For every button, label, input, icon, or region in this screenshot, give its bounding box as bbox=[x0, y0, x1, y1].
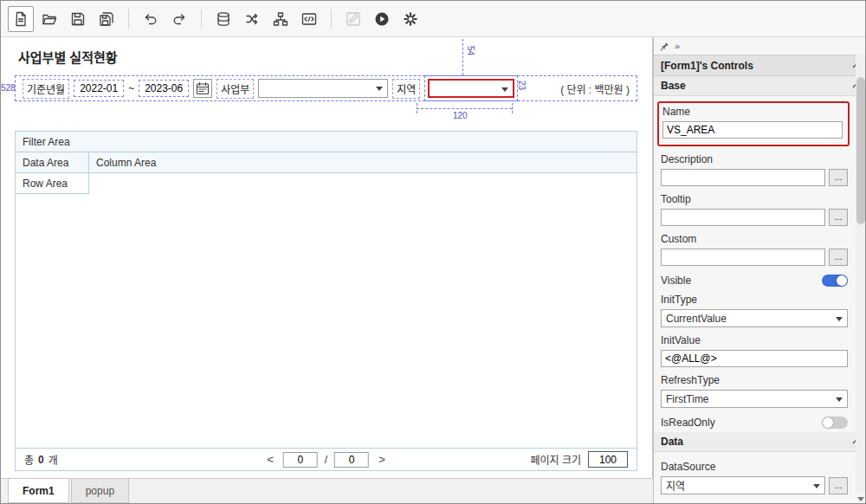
row-area-row: Row Area bbox=[16, 173, 637, 194]
page-size-label: 페이지 크기 bbox=[530, 452, 581, 467]
grid-body bbox=[16, 194, 637, 448]
init-type-label: InitType bbox=[661, 294, 848, 306]
undo-icon bbox=[143, 11, 158, 27]
guide-line-top bbox=[462, 39, 463, 75]
page-separator: / bbox=[325, 454, 327, 466]
undo-button[interactable] bbox=[138, 6, 164, 32]
tab-form1[interactable]: Form1 bbox=[8, 479, 69, 503]
design-canvas: 사업부별 실적현황 528 54 23 120 기준년월 ~ 사업부 지역 bbox=[1, 37, 653, 480]
period-label: 기준년월 bbox=[23, 79, 69, 99]
is-read-only-row: IsReadOnly bbox=[661, 417, 848, 429]
grid-footer: 총 0 개 < / > 페이지 크기 bbox=[16, 448, 637, 470]
app-window: 사업부별 실적현황 528 54 23 120 기준년월 ~ 사업부 지역 bbox=[0, 0, 866, 504]
description-ellipsis-button[interactable]: ... bbox=[829, 169, 848, 186]
region-selection-outline bbox=[424, 75, 518, 101]
scrollbar-thumb[interactable] bbox=[856, 77, 865, 224]
page-size-group: 페이지 크기 bbox=[530, 451, 628, 468]
page-next-button[interactable]: > bbox=[376, 453, 388, 466]
database-button[interactable] bbox=[210, 6, 236, 32]
row-area-dropzone[interactable]: Row Area bbox=[16, 173, 89, 194]
visible-row: Visible bbox=[661, 275, 848, 287]
redo-icon bbox=[171, 11, 187, 27]
scrollbar-down-button[interactable] bbox=[856, 493, 866, 504]
section-data-label: Data bbox=[661, 436, 683, 448]
is-read-only-toggle[interactable] bbox=[822, 417, 848, 429]
filter-area-dropzone[interactable]: Filter Area bbox=[16, 132, 70, 152]
chevron-down-icon bbox=[857, 497, 864, 501]
data-source-label: DataSource bbox=[661, 461, 848, 473]
transform-button[interactable] bbox=[239, 6, 265, 32]
data-area-dropzone[interactable]: Data Area bbox=[16, 152, 89, 172]
refresh-type-value: FirstTime bbox=[666, 393, 709, 405]
init-type-select[interactable]: CurrentValue bbox=[661, 309, 848, 327]
database-icon bbox=[216, 11, 231, 27]
name-input[interactable] bbox=[662, 121, 843, 139]
settings-button[interactable] bbox=[397, 6, 423, 32]
filter-area-row: Filter Area bbox=[16, 132, 637, 152]
edit-icon bbox=[346, 11, 361, 27]
form-tabbar: Form1 popup bbox=[1, 478, 653, 503]
init-value-input[interactable] bbox=[661, 350, 848, 367]
section-base[interactable]: Base bbox=[654, 76, 866, 96]
controls-header[interactable]: [Form1]'s Controls bbox=[654, 55, 866, 76]
gear-icon bbox=[403, 11, 418, 27]
custom-input[interactable] bbox=[661, 249, 825, 266]
toolbar-separator bbox=[128, 9, 129, 29]
sitemap-button[interactable] bbox=[268, 6, 294, 32]
refresh-type-label: RefreshType bbox=[661, 374, 848, 386]
division-combobox[interactable] bbox=[258, 79, 388, 98]
controls-header-label: [Form1]'s Controls bbox=[661, 60, 753, 72]
page-prev-button[interactable]: < bbox=[264, 453, 276, 466]
data-source-ellipsis-button[interactable]: ... bbox=[829, 477, 848, 494]
chevron-down-icon bbox=[813, 484, 820, 488]
data-source-value: 지역 bbox=[666, 478, 685, 493]
page-size-input[interactable] bbox=[588, 451, 628, 468]
calendar-icon bbox=[196, 81, 210, 95]
description-input[interactable] bbox=[661, 169, 825, 186]
calendar-button[interactable] bbox=[193, 79, 212, 98]
pin-icon[interactable] bbox=[660, 42, 669, 51]
filter-bar: 기준년월 ~ 사업부 지역 ( 단위 : 백만원 ) bbox=[15, 75, 637, 101]
save-all-button[interactable] bbox=[94, 6, 120, 32]
new-document-icon bbox=[13, 11, 29, 27]
pivot-grid: Filter Area Data Area Column Area Row Ar… bbox=[15, 131, 637, 471]
chevron-down-icon bbox=[376, 87, 383, 91]
guide-line-bottom bbox=[417, 108, 512, 109]
date-to-input[interactable] bbox=[139, 80, 189, 97]
tooltip-input[interactable] bbox=[661, 209, 825, 226]
description-label: Description bbox=[661, 153, 848, 165]
custom-ellipsis-button[interactable]: ... bbox=[829, 249, 848, 266]
code-button[interactable] bbox=[296, 6, 322, 32]
new-document-button[interactable] bbox=[8, 6, 34, 32]
page-current-input[interactable] bbox=[283, 452, 318, 468]
tab-popup[interactable]: popup bbox=[71, 479, 129, 503]
panel-scrollbar[interactable] bbox=[856, 55, 866, 493]
data-source-select[interactable]: 지역 bbox=[661, 476, 825, 494]
page-total-input[interactable] bbox=[334, 452, 369, 468]
edit-button[interactable] bbox=[340, 6, 366, 32]
visible-toggle[interactable] bbox=[822, 275, 848, 287]
date-from-input[interactable] bbox=[74, 80, 124, 97]
name-label: Name bbox=[662, 106, 843, 118]
init-value-label: InitValue bbox=[661, 334, 848, 346]
base-section-body: Name Description ... Tooltip ... Custom … bbox=[654, 96, 866, 432]
chevron-down-icon bbox=[836, 317, 843, 321]
run-button[interactable] bbox=[369, 6, 395, 32]
total-suffix: 개 bbox=[48, 452, 58, 467]
save-button[interactable] bbox=[65, 6, 91, 32]
column-area-dropzone[interactable]: Column Area bbox=[89, 152, 156, 172]
chevron-down-icon bbox=[836, 397, 843, 402]
guide-width-528: 528 bbox=[1, 83, 16, 93]
refresh-type-select[interactable]: FirstTime bbox=[661, 390, 848, 408]
tooltip-ellipsis-button[interactable]: ... bbox=[829, 209, 848, 226]
expand-panel-icon[interactable]: » bbox=[675, 41, 680, 51]
region-combobox[interactable] bbox=[428, 79, 514, 98]
toolbar-separator bbox=[201, 9, 202, 29]
custom-label: Custom bbox=[661, 233, 848, 245]
open-button[interactable] bbox=[36, 6, 62, 32]
pager: < / > bbox=[264, 452, 388, 468]
toolbar-separator bbox=[331, 9, 332, 29]
redo-button[interactable] bbox=[166, 6, 192, 32]
visible-label: Visible bbox=[661, 275, 691, 287]
section-data[interactable]: Data bbox=[654, 432, 866, 452]
